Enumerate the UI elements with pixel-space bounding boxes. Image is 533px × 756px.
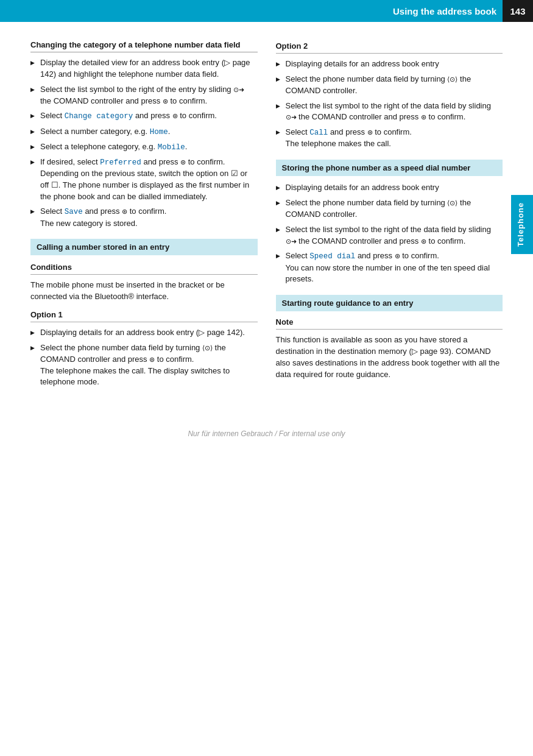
- list-item: Select the list symbol to the right of t…: [30, 84, 258, 107]
- mono-call: Call: [309, 129, 328, 137]
- page-number: 143: [503, 0, 533, 22]
- calling-number-highlight: Calling a number stored in an entry: [30, 239, 258, 255]
- list-item: Select Call and press ⊛ to confirm. The …: [276, 127, 503, 150]
- option2-divider: [276, 53, 503, 54]
- mono-speed-dial: Speed dial: [309, 252, 355, 261]
- list-item: Select Speed dial and press ⊛ to confirm…: [276, 250, 503, 285]
- note-divider: [276, 329, 503, 330]
- list-item: Select the phone number data field by tu…: [276, 74, 503, 97]
- option1-bullet-list: Displaying details for an address book e…: [30, 327, 258, 388]
- list-item: Select Change category and press ⊛ to co…: [30, 110, 258, 122]
- checkbox-off-icon: [51, 180, 58, 189]
- mono-mobile: Mobile: [158, 143, 185, 152]
- list-item: Select Save and press ⊛ to confirm. The …: [30, 206, 258, 229]
- option2-title: Option 2: [276, 41, 503, 51]
- list-item: Displaying details for an address book e…: [30, 327, 258, 339]
- conditions-title: Conditions: [30, 263, 258, 272]
- mono-save: Save: [65, 208, 83, 216]
- option1-divider: [30, 322, 258, 322]
- right-column: Option 2 Displaying details for an addre…: [276, 34, 503, 393]
- main-content: Changing the category of a telephone num…: [0, 22, 533, 405]
- list-item: Displaying details for an address book e…: [276, 182, 503, 194]
- list-item: Select a number category, e.g. Home.: [30, 126, 258, 138]
- option2-bullet-list: Displaying details for an address book e…: [276, 58, 503, 150]
- speed-dial-bullet-list: Displaying details for an address book e…: [276, 182, 503, 285]
- option1-title: Option 1: [30, 310, 258, 319]
- footer-text: Nur für internen Gebrauch / For internal…: [188, 429, 345, 438]
- list-item: Select the phone number data field by tu…: [30, 342, 258, 388]
- conditions-divider: [30, 274, 258, 275]
- route-guidance-highlight: Starting route guidance to an entry: [276, 295, 503, 311]
- conditions-text: The mobile phone must be inserted in the…: [30, 280, 258, 303]
- checkbox-on-icon: [231, 169, 238, 178]
- footer: Nur für internen Gebrauch / For internal…: [0, 429, 533, 450]
- mono-change-category: Change category: [65, 112, 133, 121]
- left-column: Changing the category of a telephone num…: [30, 34, 258, 393]
- note-text: This function is available as soon as yo…: [276, 334, 503, 380]
- list-item: Select the list symbol to the right of t…: [276, 101, 503, 124]
- speed-dial-highlight: Storing the phone number as a speed dial…: [276, 160, 503, 176]
- section1-title: Changing the category of a telephone num…: [30, 40, 258, 49]
- list-item: Select a telephone category, e.g. Mobile…: [30, 141, 258, 153]
- mono-home: Home: [150, 128, 168, 136]
- section1-divider: [30, 52, 258, 52]
- list-item: Display the detailed view for an address…: [30, 57, 258, 80]
- list-item: Select the phone number data field by tu…: [276, 197, 503, 221]
- section1-bullet-list: Display the detailed view for an address…: [30, 57, 258, 229]
- list-item: If desired, select Preferred and press ⊛…: [30, 157, 258, 203]
- mono-preferred: Preferred: [100, 158, 141, 167]
- side-tab: Telephone: [511, 195, 533, 254]
- list-item: Displaying details for an address book e…: [276, 58, 503, 70]
- note-title: Note: [276, 317, 503, 327]
- header-bar: Using the address book: [0, 0, 533, 22]
- header-title: Using the address book: [393, 6, 496, 16]
- list-item: Select the list symbol to the right of t…: [276, 224, 503, 247]
